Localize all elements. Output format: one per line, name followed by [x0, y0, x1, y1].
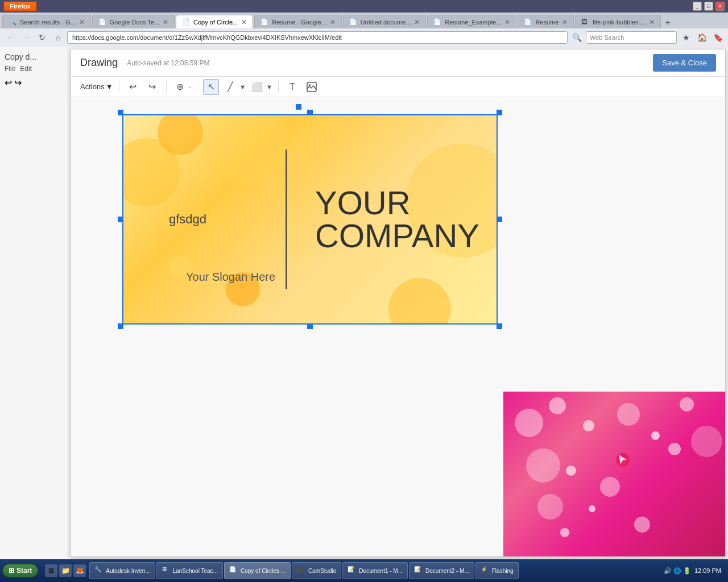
bubble-9 — [600, 477, 620, 497]
tab-label-circle: Copy of Circle... — [193, 19, 238, 26]
home-button[interactable]: ⌂ — [51, 31, 65, 44]
bubble-5 — [651, 431, 660, 440]
system-tray-icons: 🖥 📁 🦊 — [43, 564, 88, 577]
handle-ml — [118, 217, 123, 222]
tab-close-resume2[interactable]: ✕ — [562, 18, 568, 26]
maximize-button[interactable]: □ — [704, 2, 713, 11]
nav-home-icon[interactable]: 🏠 — [695, 31, 709, 44]
tab-icon-docs-te: 📄 — [98, 18, 106, 26]
tray-icon-3[interactable]: 🦊 — [73, 564, 86, 577]
taskbar-document2[interactable]: 📝 Document2 - M... — [409, 562, 474, 579]
drawing-title: Drawing — [80, 57, 118, 69]
taskbar-lanschool[interactable]: 🖥 LanSchool Teac... — [156, 562, 223, 579]
start-label: Start — [16, 567, 32, 575]
shape-dropdown-icon[interactable]: ▼ — [266, 84, 272, 90]
doc-menu-edit[interactable]: Edit — [20, 65, 32, 73]
tab-close-docs-te[interactable]: ✕ — [163, 18, 168, 26]
shape-tool-button[interactable]: ⬜ — [249, 79, 265, 95]
canvas-area[interactable]: gfsdgd Your Slogan Here YOUR COMPANY — [71, 97, 725, 556]
select-tool-button[interactable]: ↖ — [203, 79, 219, 95]
actions-label: Actions — [80, 82, 105, 91]
nav-bookmark-icon[interactable]: 🔖 — [711, 31, 725, 44]
handle-tr — [497, 110, 502, 115]
line-dropdown-icon[interactable]: ▼ — [239, 84, 246, 90]
tab-label-resume: Resume - Google... — [272, 19, 326, 26]
image-tool-button[interactable] — [304, 79, 320, 95]
tab-google-docs-te[interactable]: 📄 Google Docs Te... ✕ — [92, 15, 175, 28]
forward-button[interactable]: → — [19, 31, 33, 44]
bookmarks-icon[interactable]: ★ — [679, 31, 693, 44]
tab-label-pink: life-pink-bubbles-... — [593, 19, 646, 26]
tray-icon-1[interactable]: 🖥 — [45, 564, 57, 577]
start-button[interactable]: ⊞ Start — [2, 564, 38, 577]
tab-close-resume-ex[interactable]: ✕ — [504, 18, 510, 26]
bubble-4 — [617, 403, 640, 426]
card-your-text: YOUR — [315, 186, 479, 219]
search-box[interactable]: Web Search — [586, 31, 677, 44]
bubble-3 — [583, 420, 594, 431]
minimize-button[interactable]: _ — [693, 2, 702, 11]
taskbar-tray: 🔊 🌐 🔋 12:09 PM — [659, 567, 726, 575]
tab-close-resume[interactable]: ✕ — [330, 18, 336, 26]
taskbar-copy-circles[interactable]: 📄 Copy of Circles ... — [224, 562, 291, 579]
autodesk-icon: 🔧 — [94, 566, 104, 575]
tab-search-results[interactable]: 🔍 Search results - G... ✕ — [2, 15, 91, 28]
toolbar-divider-1 — [119, 81, 119, 93]
redo-toolbar-button[interactable]: ↪ — [144, 79, 160, 95]
taskbar-camstudio[interactable]: 🎥 CamStudio — [292, 562, 341, 579]
nav-bar: ← → ↻ ⌂ https://docs.google.com/document… — [0, 28, 728, 47]
tab-close-circle[interactable]: ✕ — [241, 18, 247, 26]
undo-toolbar-button[interactable]: ↩ — [125, 79, 141, 95]
tab-pink-bubbles[interactable]: 🖼 life-pink-bubbles-... ✕ — [575, 15, 661, 28]
text-tool-button[interactable]: T — [284, 79, 300, 95]
drawing-toolbar: Actions ▼ ↩ ↪ ⊕ - ↖ ╱ ▼ ⬜ ▼ — [71, 77, 725, 97]
back-button[interactable]: ← — [3, 31, 17, 44]
doc2-label: Document2 - M... — [425, 568, 469, 574]
address-bar[interactable]: https://docs.google.com/document/d/1ZzSw… — [67, 31, 568, 44]
new-tab-button[interactable]: + — [662, 17, 673, 28]
flashing-icon: ⚡ — [481, 566, 490, 575]
taskbar-time: 12:09 PM — [694, 567, 721, 574]
doc1-label: Document1 - M... — [359, 568, 403, 574]
auto-saved-text: Auto-saved at 12:08:59 PM — [127, 59, 209, 67]
tab-icon-resume2: 📄 — [524, 18, 532, 26]
handle-tc — [307, 110, 313, 115]
line-tool-button[interactable]: ╱ — [222, 79, 238, 95]
tab-copy-of-circle[interactable]: 📄 Copy of Circle... ✕ — [176, 15, 253, 28]
zoom-control: ⊕ - — [172, 79, 192, 95]
zoom-dropdown-icon[interactable]: - — [189, 84, 192, 90]
zoom-button[interactable]: ⊕ — [172, 79, 188, 95]
tab-untitled-doc[interactable]: 📄 Untitled docume... ✕ — [343, 15, 427, 28]
doc-menu-file[interactable]: File — [5, 65, 15, 73]
business-card-container[interactable]: gfsdgd Your Slogan Here YOUR COMPANY — [122, 114, 498, 325]
tab-resume[interactable]: 📄 Resume ✕ — [518, 15, 574, 28]
tab-resume-example[interactable]: 📄 Resume_Example... ✕ — [427, 15, 516, 28]
tray-icon-2[interactable]: 📁 — [59, 564, 72, 577]
tab-close-untitled[interactable]: ✕ — [414, 18, 420, 26]
tab-label-untitled: Untitled docume... — [361, 19, 411, 26]
windows-icon: ⊞ — [9, 567, 14, 575]
handle-mr — [497, 217, 502, 222]
bubble-15 — [560, 528, 569, 537]
actions-menu[interactable]: Actions ▼ — [80, 82, 113, 91]
tab-close-pink[interactable]: ✕ — [649, 18, 655, 26]
tab-resume-google[interactable]: 📄 Resume - Google... ✕ — [254, 15, 341, 28]
search-magnifier-icon[interactable]: 🔍 — [570, 31, 584, 44]
save-close-button[interactable]: Save & Close — [653, 54, 716, 72]
firefox-button[interactable]: Firefox — [3, 1, 37, 11]
doc2-icon: 📝 — [414, 566, 423, 575]
taskbar-flashing[interactable]: ⚡ Flashing — [475, 562, 519, 579]
toolbar-divider-2 — [166, 81, 167, 93]
tab-label-search: Search results - G... — [20, 19, 76, 26]
undo-button[interactable]: ↩ — [5, 77, 12, 88]
line-tool-group: ╱ ▼ — [222, 79, 246, 95]
reload-button[interactable]: ↻ — [35, 31, 49, 44]
redo-button[interactable]: ↪ — [14, 77, 22, 88]
taskbar-autodesk[interactable]: 🔧 Autodesk Inven... — [89, 562, 155, 579]
tab-close-search[interactable]: ✕ — [79, 18, 85, 26]
bubble-11 — [537, 494, 563, 519]
close-browser-button[interactable]: ✕ — [715, 2, 725, 11]
handle-br — [497, 323, 502, 329]
card-company-block: YOUR COMPANY — [315, 186, 479, 252]
taskbar-document1[interactable]: 📝 Document1 - M... — [342, 562, 408, 579]
